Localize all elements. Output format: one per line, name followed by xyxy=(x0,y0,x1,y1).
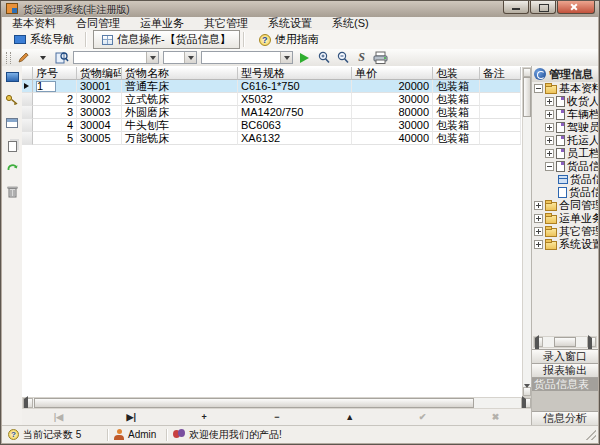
cell-code: 30003 xyxy=(77,106,122,119)
minimize-button[interactable] xyxy=(503,1,529,14)
tree-item-waybill-business[interactable]: 运单业务 xyxy=(532,212,598,225)
close-button[interactable] xyxy=(557,1,595,14)
collapse-icon[interactable] xyxy=(545,162,554,171)
table-row[interactable]: 5 30005 万能铣床 XA6132 40000 包装箱 xyxy=(22,132,522,145)
pencil-dropdown[interactable] xyxy=(34,50,51,65)
table-row[interactable]: 2 30002 立式铣床 X5032 30000 包装箱 xyxy=(22,93,522,106)
tree-item-goods-entry[interactable]: 货品信息录入 xyxy=(532,173,598,186)
scroll-left-button[interactable] xyxy=(534,337,543,347)
scrollbar-thumb[interactable] xyxy=(34,398,474,408)
scrollbar-thumb[interactable] xyxy=(523,77,531,117)
delete-record-button[interactable]: − xyxy=(247,410,307,425)
last-record-button[interactable]: ▶| xyxy=(101,410,161,425)
resize-grip-icon[interactable] xyxy=(586,430,596,440)
scroll-right-button[interactable] xyxy=(587,337,596,347)
expand-icon[interactable] xyxy=(534,214,543,223)
entry-window-button[interactable]: 录入窗口 xyxy=(532,349,598,364)
title-bar: 货运管理系统(非注册版) xyxy=(1,1,599,17)
zoom-out-button[interactable] xyxy=(334,50,351,65)
tree-item-vehicle-files[interactable]: 车辆档案 xyxy=(532,108,598,121)
cell-seq: 2 xyxy=(33,93,77,106)
value-select-combo[interactable] xyxy=(201,51,293,64)
tree-item-consignee-files[interactable]: 收货人档案 xyxy=(532,95,598,108)
tree-item-system-settings[interactable]: 系统设置 xyxy=(532,238,598,251)
menu-system[interactable]: 系统(S) xyxy=(322,17,379,30)
tree-item-employee-files[interactable]: 员工档案 xyxy=(532,147,598,160)
combo-arrow[interactable] xyxy=(146,52,158,63)
cell-name: 牛头刨车 xyxy=(122,119,238,132)
table-row[interactable]: 3 30003 外圆磨床 MA1420/750 80000 包装箱 xyxy=(22,106,522,119)
cell-name: 万能铣床 xyxy=(122,132,238,145)
col-header-code: 货物编码 xyxy=(77,67,122,80)
summary-button[interactable]: S xyxy=(353,50,370,65)
expand-icon[interactable] xyxy=(545,97,554,106)
permissions-button[interactable] xyxy=(4,92,20,108)
expand-icon[interactable] xyxy=(545,110,554,119)
expand-icon[interactable] xyxy=(534,201,543,210)
window-icon xyxy=(6,118,18,128)
maximize-button[interactable] xyxy=(530,1,556,14)
info-analysis-button[interactable]: 信息分析 xyxy=(532,411,598,426)
table-row[interactable]: 1 30001 普通车床 C616-1*750 20000 包装箱 xyxy=(22,80,522,93)
tree-item-driver-files[interactable]: 驾驶员档案 xyxy=(532,121,598,134)
tree-item-goods-report[interactable]: 货品信息表 xyxy=(532,186,598,199)
operator-select-combo[interactable] xyxy=(163,51,197,64)
menu-system-settings[interactable]: 系统设置 xyxy=(258,17,322,30)
window-view-button[interactable] xyxy=(4,115,20,131)
tree-horizontal-scrollbar[interactable] xyxy=(533,336,597,348)
delete-button[interactable] xyxy=(4,183,20,199)
report-output-button[interactable]: 报表输出 xyxy=(532,364,598,378)
collapse-icon[interactable] xyxy=(534,84,543,93)
tree-item-goods-info[interactable]: 货品信息 xyxy=(532,160,598,173)
table-row[interactable]: 4 30004 牛头刨车 BC6063 30000 包装箱 xyxy=(22,119,522,132)
post-record-button[interactable]: ✔ xyxy=(393,410,453,425)
tab-info-operation-goods[interactable]: 信息操作-【货品信息】 xyxy=(93,30,240,49)
edit-pencil-button[interactable] xyxy=(15,50,32,65)
combo-arrow[interactable] xyxy=(280,52,292,63)
combo-arrow[interactable] xyxy=(184,52,196,63)
goods-report-item-selected[interactable]: 货品信息表 xyxy=(532,378,598,391)
execute-filter-button[interactable] xyxy=(296,50,313,65)
navigation-panel-button[interactable] xyxy=(4,69,20,85)
first-record-button[interactable]: |◀ xyxy=(28,410,88,425)
tree-item-shipper-files[interactable]: 托运人档案 xyxy=(532,134,598,147)
insert-record-button[interactable]: + xyxy=(174,410,234,425)
menu-basic-data[interactable]: 基本资料 xyxy=(2,17,66,30)
field-select-combo[interactable] xyxy=(73,51,159,64)
expand-icon[interactable] xyxy=(545,136,554,145)
print-button[interactable] xyxy=(372,50,389,65)
scrollbar-thumb[interactable] xyxy=(554,337,576,347)
tree-item-contract-mgmt[interactable]: 合同管理 xyxy=(532,199,598,212)
maximize-icon xyxy=(539,4,549,12)
cancel-record-button[interactable]: ✖ xyxy=(465,410,525,425)
menu-other-mgmt[interactable]: 其它管理 xyxy=(194,17,258,30)
tab-user-guide[interactable]: ? 使用指南 xyxy=(251,31,327,48)
inplace-editor[interactable]: 1 xyxy=(36,81,56,92)
copy-icon xyxy=(8,141,17,152)
tab-system-navigation[interactable]: 系统导航 xyxy=(6,31,82,48)
document-icon xyxy=(556,161,565,172)
form-icon xyxy=(558,175,568,184)
scroll-up-button[interactable] xyxy=(523,68,531,77)
tree-item-basic-data[interactable]: 基本资料 xyxy=(532,82,598,95)
scroll-left-button[interactable] xyxy=(23,398,33,408)
zoom-in-button[interactable] xyxy=(315,50,332,65)
tree-item-other-mgmt[interactable]: 其它管理 xyxy=(532,225,598,238)
outlook-bar: 录入窗口 报表输出 货品信息表 信息分析 xyxy=(532,349,598,426)
menu-contract-mgmt[interactable]: 合同管理 xyxy=(66,17,130,30)
toolbar-grip[interactable] xyxy=(6,52,11,64)
expand-icon[interactable] xyxy=(545,149,554,158)
copy-record-button[interactable] xyxy=(4,138,20,154)
expand-icon[interactable] xyxy=(534,227,543,236)
scroll-right-button[interactable] xyxy=(521,398,531,408)
cell-seq: 5 xyxy=(33,132,77,145)
row-indicator xyxy=(22,132,33,145)
edit-record-button[interactable]: ▲ xyxy=(320,410,380,425)
menu-waybill-business[interactable]: 运单业务 xyxy=(130,17,194,30)
pencil-icon xyxy=(17,51,30,64)
expand-icon[interactable] xyxy=(545,123,554,132)
search-record-button[interactable] xyxy=(53,50,70,65)
scroll-down-button[interactable] xyxy=(523,387,531,396)
refresh-button[interactable] xyxy=(4,160,20,176)
expand-icon[interactable] xyxy=(534,240,543,249)
